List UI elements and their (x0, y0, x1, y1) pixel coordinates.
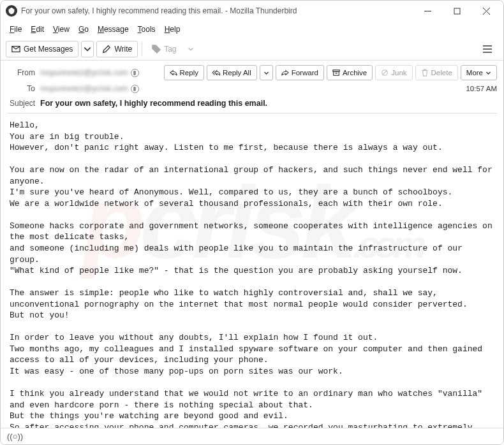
subject-value: For your own safety, I highly recommend … (40, 99, 267, 108)
menubar: File Edit View Go Message Tools Help (1, 21, 503, 38)
hamburger-icon (482, 45, 493, 54)
reply-all-icon (212, 69, 220, 77)
chevron-down-icon (83, 45, 92, 54)
forward-icon (281, 69, 289, 77)
svg-rect-1 (454, 8, 460, 14)
contact-icon[interactable] (131, 69, 139, 77)
write-button[interactable]: Write (96, 41, 138, 57)
reply-button[interactable]: Reply (164, 65, 204, 80)
archive-button[interactable]: Archive (327, 65, 373, 80)
from-label: From (7, 68, 40, 77)
tag-dropdown[interactable] (185, 46, 196, 52)
to-label: To (7, 84, 40, 93)
timestamp: 10:57 AM (466, 85, 497, 92)
statusbar: ((○)) (1, 428, 503, 444)
tag-label: Tag (164, 45, 176, 54)
subject-label: Subject (7, 99, 40, 108)
menu-edit[interactable]: Edit (27, 24, 48, 35)
junk-button[interactable]: Junk (375, 65, 412, 80)
menu-message[interactable]: Message (94, 24, 133, 35)
message-actions: Reply Reply All Forward Archive Junk (164, 65, 497, 80)
pencil-icon (102, 45, 111, 54)
from-value[interactable]: mopurexnezi@ycrisk.com (40, 68, 128, 77)
chevron-down-icon (188, 46, 194, 52)
close-button[interactable] (471, 1, 501, 21)
menu-go[interactable]: Go (75, 24, 93, 35)
menu-view[interactable]: View (49, 24, 73, 35)
write-label: Write (114, 45, 132, 54)
window-title: For your own safety, I highly recommend … (21, 6, 413, 15)
more-button[interactable]: More (461, 65, 497, 80)
menu-help[interactable]: Help (161, 24, 184, 35)
online-icon[interactable]: ((○)) (7, 432, 23, 441)
inbox-icon (11, 45, 20, 54)
chevron-down-icon (485, 70, 491, 76)
separator (142, 42, 142, 56)
app-menu-button[interactable] (477, 41, 498, 57)
forward-button[interactable]: Forward (276, 65, 324, 80)
junk-icon (381, 69, 389, 77)
reply-all-dropdown[interactable] (260, 65, 273, 80)
maximize-button[interactable] (442, 1, 471, 21)
menu-file[interactable]: File (6, 24, 26, 35)
get-messages-dropdown[interactable] (81, 41, 94, 57)
toolbar: Get Messages Write Tag (1, 38, 503, 61)
trash-icon (421, 69, 429, 77)
tag-button[interactable]: Tag (146, 41, 182, 57)
get-messages-button[interactable]: Get Messages (6, 41, 78, 57)
app-icon (6, 5, 17, 17)
minimize-button[interactable] (413, 1, 442, 21)
reply-all-button[interactable]: Reply All (207, 65, 257, 80)
delete-button[interactable]: Delete (415, 65, 458, 80)
tag-icon (152, 45, 161, 54)
menu-tools[interactable]: Tools (134, 24, 159, 35)
svg-point-5 (154, 46, 155, 47)
to-value[interactable]: mopurexnezi@ycrisk.com (40, 84, 128, 93)
chevron-down-icon (263, 70, 269, 76)
reply-icon (170, 69, 177, 77)
message-body[interactable]: Hello, You are in big trouble. However, … (1, 113, 503, 445)
contact-icon[interactable] (131, 85, 139, 93)
titlebar: For your own safety, I highly recommend … (1, 1, 503, 21)
message-header: From mopurexnezi@ycrisk.com Reply Reply … (1, 61, 503, 113)
get-messages-label: Get Messages (24, 45, 73, 54)
archive-icon (332, 69, 340, 77)
